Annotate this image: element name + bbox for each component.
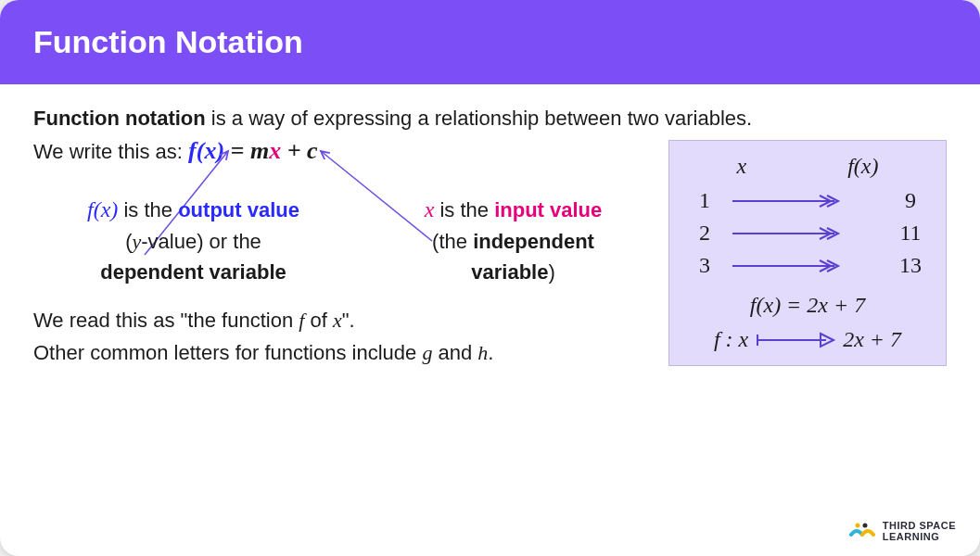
dependent-var-label: dependent variable — [100, 260, 286, 284]
row-in: 2 — [686, 221, 723, 246]
paren-the: (the — [432, 230, 473, 253]
card-title: Function Notation — [33, 24, 303, 59]
row-out: 13 — [892, 253, 929, 278]
logo-icon — [849, 522, 875, 540]
card-header: Function Notation — [0, 0, 980, 84]
ann-right-rest: is the — [434, 198, 494, 221]
row-in: 1 — [686, 188, 723, 213]
row-out: 9 — [892, 188, 929, 213]
input-annotation: x is the input value (the independent va… — [353, 193, 673, 287]
double-arrow-icon — [723, 257, 892, 275]
independent-label: independent — [473, 230, 594, 253]
lead-term: Function notation — [33, 107, 206, 130]
double-arrow-icon — [723, 192, 892, 210]
write-as-label: We write this as: — [33, 140, 188, 163]
formula-mid: = m — [224, 137, 269, 164]
intro-paragraph: Function notation is a way of expressing… — [33, 103, 947, 133]
input-value-label: input value — [494, 198, 602, 221]
logo-text: THIRD SPACE LEARNING — [883, 520, 956, 542]
svg-point-5 — [855, 523, 859, 527]
double-arrow-icon — [723, 224, 892, 243]
box-equation: f(x) = 2x + 7 — [686, 293, 929, 318]
svg-point-6 — [862, 523, 867, 527]
ann-x: x — [425, 197, 435, 221]
read1end: ". — [342, 309, 355, 332]
mapping-notation: f : x 2x + 7 — [686, 327, 929, 352]
ann-left-rest: is the — [118, 198, 178, 221]
mapping-row: 3 13 — [686, 253, 929, 278]
output-annotation: f(x) is the output value (y-value) or th… — [33, 193, 353, 287]
variable-label: variable — [471, 260, 548, 284]
row-in: 3 — [686, 253, 723, 278]
paren-close: ) — [548, 260, 554, 284]
read1a: We read this as "the function — [33, 309, 299, 332]
formula-x: x — [269, 137, 281, 164]
read2end: . — [488, 341, 493, 364]
logo-line1: THIRD SPACE — [883, 520, 956, 531]
formula-fx: f(x) — [188, 137, 224, 164]
read-and: and — [432, 341, 477, 364]
mapsto-arrow-icon — [754, 331, 837, 349]
read-of: of — [304, 309, 333, 332]
mapping-header: x f(x) — [686, 154, 929, 179]
read-h: h — [477, 341, 488, 364]
card-content: Function notation is a way of expressing… — [0, 84, 980, 553]
lesson-card: Function Notation Function notation is a… — [0, 0, 980, 556]
lead-rest: is a way of expressing a relationship be… — [206, 107, 752, 130]
row-out: 11 — [892, 221, 929, 246]
hdr-fx: f(x) — [847, 154, 878, 179]
annotations-row: f(x) is the output value (y-value) or th… — [33, 193, 673, 287]
mapping-box: x f(x) 1 9 2 11 3 13 f(x) = 2x + 7 f : x — [668, 140, 947, 366]
mapping-row: 1 9 — [686, 188, 929, 213]
read-x: x — [333, 309, 342, 332]
y-var: y — [132, 230, 141, 253]
mapping-row: 2 11 — [686, 221, 929, 246]
output-value-label: output value — [178, 198, 299, 221]
ann-fx: f(x) — [87, 197, 118, 221]
formula-end: + c — [281, 137, 317, 164]
main-formula: f(x) = mx + c — [188, 137, 317, 165]
hdr-x: x — [737, 154, 747, 179]
logo-line2: LEARNING — [883, 531, 956, 542]
map-left: f : x — [714, 327, 748, 352]
yvalue-rest: -value) or the — [141, 230, 261, 253]
read-g: g — [422, 341, 432, 364]
map-right: 2x + 7 — [843, 327, 901, 352]
read2a: Other common letters for functions inclu… — [33, 341, 422, 364]
brand-logo: THIRD SPACE LEARNING — [849, 520, 956, 542]
